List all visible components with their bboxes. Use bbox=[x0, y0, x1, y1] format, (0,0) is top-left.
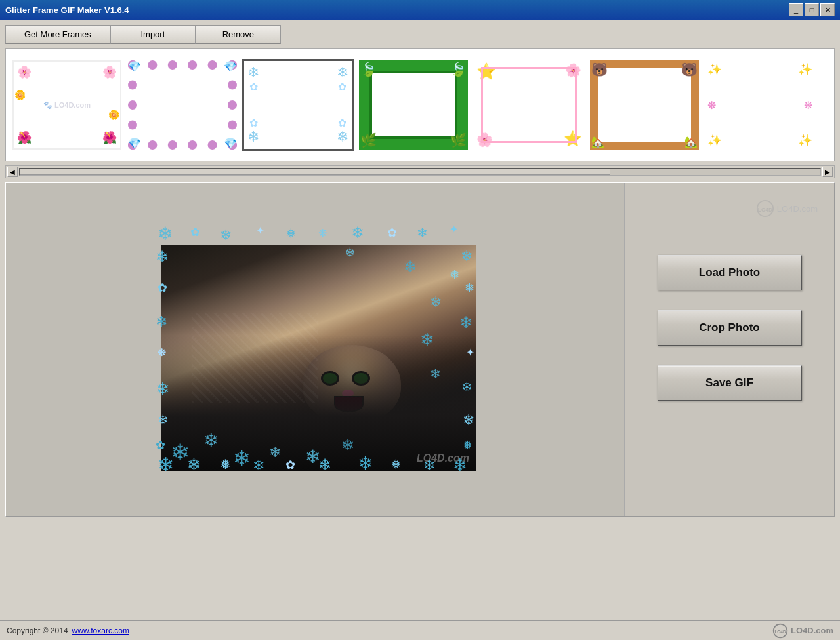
save-gif-button[interactable]: Save GIF bbox=[658, 365, 802, 401]
frame-thumb-1[interactable]: 🌸 🌸 🌺 🌺 🌼 🌼 🐾 LO4D.com bbox=[11, 59, 123, 151]
scroll-thumb[interactable] bbox=[20, 169, 610, 175]
frame-thumb-6[interactable]: 🐻 🐻 🏡 🏡 bbox=[589, 59, 700, 151]
preview-container: LO4D.com ❄ ✿ ❄ ✦ ❅ ❋ ❄ ✿ ❄ bbox=[154, 222, 476, 477]
gallery-scrollbar[interactable]: ◀ ▶ bbox=[5, 165, 835, 178]
frame-thumb-2[interactable]: 💎 💎 💎 💎 bbox=[127, 59, 238, 151]
frames-gallery: 🌸 🌸 🌺 🌺 🌼 🌼 🐾 LO4D.com bbox=[11, 54, 829, 155]
window-controls: _ □ ✕ bbox=[789, 3, 835, 16]
cat-photo: LO4D.com bbox=[161, 245, 476, 471]
status-logo: LO4D LO4D.com bbox=[772, 623, 833, 639]
frame-thumb-7[interactable]: ✨ ✨ ✨ ✨ ❋ ❋ bbox=[704, 59, 816, 151]
close-button[interactable]: ✕ bbox=[820, 3, 835, 16]
minimize-button[interactable]: _ bbox=[789, 3, 803, 16]
app-title: Glitter Frame GIF Maker V1.6.4 bbox=[5, 5, 129, 15]
svg-text:LO4D: LO4D bbox=[774, 630, 786, 634]
preview-pane: LO4D.com ❄ ✿ ❄ ✦ ❅ ❋ ❄ ✿ ❄ bbox=[6, 183, 624, 516]
frame-thumb-4[interactable]: 🍃 🍃 🌿 🌿 bbox=[358, 59, 469, 151]
import-button[interactable]: Import bbox=[110, 25, 196, 44]
lo4d-watermark: LO4D LO4D.com bbox=[756, 199, 818, 218]
photo-watermark: LO4D.com bbox=[417, 452, 469, 464]
copyright-text: Copyright © 2014 bbox=[7, 626, 68, 635]
status-bar: Copyright © 2014 www.foxarc.com LO4D LO4… bbox=[0, 620, 840, 640]
remove-button[interactable]: Remove bbox=[196, 25, 281, 44]
load-photo-button[interactable]: Load Photo bbox=[658, 255, 802, 290]
lo4d-logo-icon: LO4D bbox=[756, 199, 774, 218]
gallery-panel: 🌸 🌸 🌺 🌺 🌼 🌼 🐾 LO4D.com bbox=[5, 48, 835, 161]
frame-thumb-5[interactable]: ⭐ 🌸 🌸 ⭐ bbox=[473, 59, 585, 151]
preview-canvas: LO4D.com ❄ ✿ ❄ ✦ ❅ ❋ ❄ ✿ ❄ bbox=[154, 222, 476, 477]
crop-photo-button[interactable]: Crop Photo bbox=[658, 310, 802, 346]
scroll-right-button[interactable]: ▶ bbox=[822, 167, 833, 177]
lo4d-status-icon: LO4D bbox=[772, 623, 788, 639]
content-area: LO4D.com ❄ ✿ ❄ ✦ ❅ ❋ ❄ ✿ ❄ bbox=[5, 182, 835, 517]
right-panel: LO4D LO4D.com Load Photo Crop Photo Save… bbox=[624, 183, 834, 516]
get-more-frames-button[interactable]: Get More Frames bbox=[5, 25, 110, 44]
svg-text:LO4D: LO4D bbox=[758, 207, 772, 213]
title-bar: Glitter Frame GIF Maker V1.6.4 _ □ ✕ bbox=[0, 0, 840, 20]
maximize-button[interactable]: □ bbox=[805, 3, 819, 16]
toolbar: Get More Frames Import Remove bbox=[5, 25, 835, 44]
website-link[interactable]: www.foxarc.com bbox=[72, 626, 129, 635]
frame-thumb-3[interactable]: ❄ ❄ ❄ ❄ ✿ ✿ ✿ ✿ bbox=[242, 59, 354, 151]
main-window: Get More Frames Import Remove 🌸 🌸 🌺 🌺 🌼 … bbox=[0, 20, 840, 620]
scroll-track[interactable] bbox=[19, 168, 821, 176]
scroll-left-button[interactable]: ◀ bbox=[7, 167, 18, 177]
lo4d-status-text: LO4D.com bbox=[791, 626, 833, 635]
